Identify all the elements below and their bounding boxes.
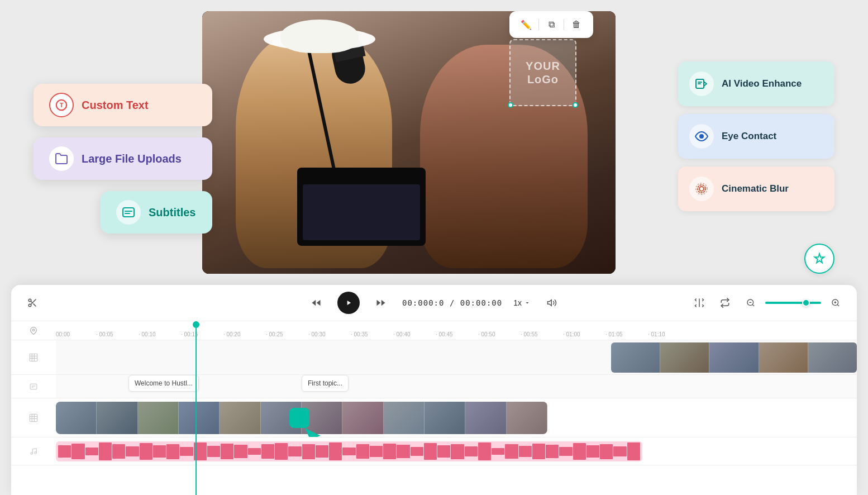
wb [166, 444, 179, 459]
vf-9 [384, 402, 425, 434]
subtitles-badge[interactable]: Subtitles [101, 191, 212, 234]
ruler-10: · 00:10 [139, 331, 156, 337]
logo-overlay[interactable]: ✏️ ⧉ 🗑 YOUR LoGo [509, 39, 582, 117]
logo-line1: YOUR [526, 60, 560, 72]
ruler-15: · 00:15 [181, 331, 198, 337]
extra-video-icon[interactable] [11, 340, 56, 374]
ruler-50: · 00:50 [478, 331, 495, 337]
svg-line-22 [837, 304, 839, 306]
main-video-track-row [11, 398, 857, 437]
wb [424, 443, 437, 460]
wb [316, 445, 328, 458]
subtitle-track-row: Welcome to Hustl... First topic... [11, 375, 857, 398]
wb [85, 448, 98, 455]
current-time: 00:000:0 [402, 298, 444, 307]
resize-handle-br[interactable] [573, 102, 578, 108]
wb [559, 447, 572, 456]
wb [275, 443, 288, 460]
cursor-arrow [305, 428, 322, 437]
cinematic-blur-card[interactable]: Cinematic Blur [678, 166, 834, 211]
waveform-container [56, 441, 642, 461]
logo-box[interactable]: YOUR LoGo [509, 39, 576, 106]
timeline-area: 00:000:0 / 00:00:00 1x [11, 285, 857, 495]
wb [71, 444, 84, 460]
delete-logo-button[interactable]: 🗑 [567, 16, 585, 34]
wb [465, 446, 478, 456]
split-button[interactable] [689, 293, 709, 313]
large-file-badge[interactable]: Large File Uploads [34, 137, 212, 180]
wb [342, 448, 355, 455]
svg-point-40 [31, 452, 33, 454]
custom-text-badge[interactable]: T Custom Text [34, 84, 212, 126]
zoom-out-button[interactable] [741, 293, 761, 313]
wb [478, 442, 491, 460]
ruler-105: · 01:05 [605, 331, 623, 337]
scissors-button[interactable] [22, 293, 42, 313]
sparkles-button[interactable] [804, 244, 834, 274]
toolbar-left [22, 293, 42, 313]
svg-marker-39 [305, 428, 321, 437]
ruler-100: · 01:00 [563, 331, 580, 337]
extra-video-track-content [56, 340, 857, 374]
main-video-track-icon[interactable] [11, 398, 56, 437]
wb [437, 445, 450, 458]
wb [112, 444, 125, 458]
zoom-slider[interactable] [765, 302, 821, 304]
top-area: ✏️ ⧉ 🗑 YOUR LoGo [0, 0, 868, 285]
svg-rect-34 [30, 414, 37, 421]
feature-badges: T Custom Text Large File Uploads [34, 84, 212, 234]
subtitle-track-icon[interactable] [11, 375, 56, 398]
ruler-00: 00:00 [56, 331, 70, 337]
audio-track-icon[interactable] [11, 437, 56, 465]
svg-marker-16 [547, 300, 551, 306]
eye-contact-card[interactable]: Eye Contact [678, 114, 834, 159]
wb [573, 443, 586, 460]
resize-handle-bl[interactable] [508, 102, 513, 108]
ruler-25: · 00:25 [266, 331, 283, 337]
play-button[interactable] [337, 292, 360, 314]
extra-frame-1 [611, 342, 660, 373]
loop-button[interactable] [715, 293, 735, 313]
subtitle-chip-2[interactable]: First topic... [302, 375, 349, 392]
ruler-45: · 00:45 [436, 331, 453, 337]
logo-toolbar: ✏️ ⧉ 🗑 [509, 11, 593, 38]
cut-indicator[interactable] [289, 408, 309, 428]
eye-contact-icon [689, 124, 714, 149]
time-display: 00:000:0 / 00:00:00 [402, 298, 502, 307]
logo-line2: LoGo [527, 73, 559, 85]
subtitle-chip-1[interactable]: Welcome to Hustl... [128, 375, 199, 392]
extra-frame-5 [808, 342, 857, 373]
volume-button[interactable] [542, 293, 562, 313]
vf-12 [507, 402, 547, 434]
large-file-icon [49, 146, 74, 171]
wb [99, 442, 112, 460]
waveform-visual [56, 441, 642, 461]
time-separator: / [450, 298, 460, 307]
cinematic-blur-icon [689, 177, 714, 201]
zoom-slider-thumb[interactable] [802, 299, 810, 307]
ai-features-panel: AI Video Enhance Eye Contact [678, 61, 834, 211]
custom-text-label: Custom Text [82, 99, 149, 112]
wb [356, 444, 369, 458]
fast-forward-button[interactable] [371, 293, 391, 313]
wb [397, 445, 409, 458]
speed-control[interactable]: 1x [513, 298, 531, 307]
wb [546, 445, 559, 458]
subtitle-track-content: Welcome to Hustl... First topic... [56, 375, 857, 398]
total-time: 00:00:00 [460, 298, 502, 307]
svg-point-41 [35, 451, 37, 454]
extra-frame-2 [660, 342, 709, 373]
svg-point-7 [701, 136, 703, 137]
ai-video-enhance-card[interactable]: AI Video Enhance [678, 61, 834, 106]
ruler-20: · 00:20 [223, 331, 241, 337]
timeline-toolbar: 00:000:0 / 00:00:00 1x [11, 285, 857, 321]
rewind-button[interactable] [306, 293, 326, 313]
edit-logo-button[interactable]: ✏️ [517, 16, 535, 34]
wb [194, 442, 207, 460]
main-container: ✏️ ⧉ 🗑 YOUR LoGo [0, 0, 868, 495]
pin-icon[interactable] [11, 321, 56, 340]
vf-10 [425, 402, 465, 434]
copy-logo-button[interactable]: ⧉ [542, 16, 560, 34]
zoom-in-button[interactable] [826, 293, 846, 313]
svg-point-8 [699, 187, 704, 191]
